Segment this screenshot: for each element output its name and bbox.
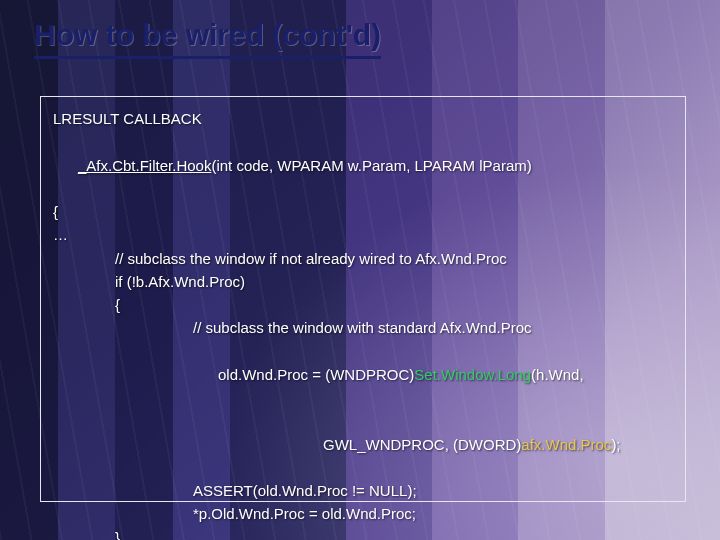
code-line: _Afx.Cbt.Filter.Hook(int code, WPARAM w.… — [53, 130, 673, 200]
function-call: Set.Window.Long — [414, 366, 531, 383]
code-line: if (!b.Afx.Wnd.Proc) — [53, 270, 673, 293]
code-line: LRESULT CALLBACK — [53, 107, 673, 130]
function-ref: afx.Wnd.Proc — [521, 436, 611, 453]
code-box: LRESULT CALLBACK _Afx.Cbt.Filter.Hook(in… — [40, 96, 686, 502]
code-line: { — [53, 200, 673, 223]
code-line: GWL_WNDPROC, (DWORD)afx.Wnd.Proc); — [53, 409, 673, 479]
code-text: old.Wnd.Proc = (WNDPROC) — [218, 366, 414, 383]
slide: How to be wired (cont'd) LRESULT CALLBAC… — [0, 0, 720, 540]
code-line: ASSERT(old.Wnd.Proc != NULL); — [53, 479, 673, 502]
code-comment: // subclass the window if not already wi… — [53, 247, 673, 270]
code-text: (int code, WPARAM w.Param, LPARAM lParam… — [211, 157, 531, 174]
code-text: ); — [611, 436, 620, 453]
function-name: _Afx.Cbt.Filter.Hook — [78, 157, 211, 174]
code-line: { — [53, 293, 673, 316]
slide-title: How to be wired (cont'd) — [34, 18, 381, 59]
code-line: } — [53, 526, 673, 541]
code-line: old.Wnd.Proc = (WNDPROC)Set.Window.Long(… — [53, 340, 673, 410]
code-comment: // subclass the window with standard Afx… — [53, 316, 673, 339]
code-text: GWL_WNDPROC, (DWORD) — [323, 436, 521, 453]
title-text: How to be wired (cont'd) — [34, 18, 381, 59]
code-text: (h.Wnd, — [531, 366, 584, 383]
code-line: … — [53, 223, 673, 246]
code-line: *p.Old.Wnd.Proc = old.Wnd.Proc; — [53, 502, 673, 525]
